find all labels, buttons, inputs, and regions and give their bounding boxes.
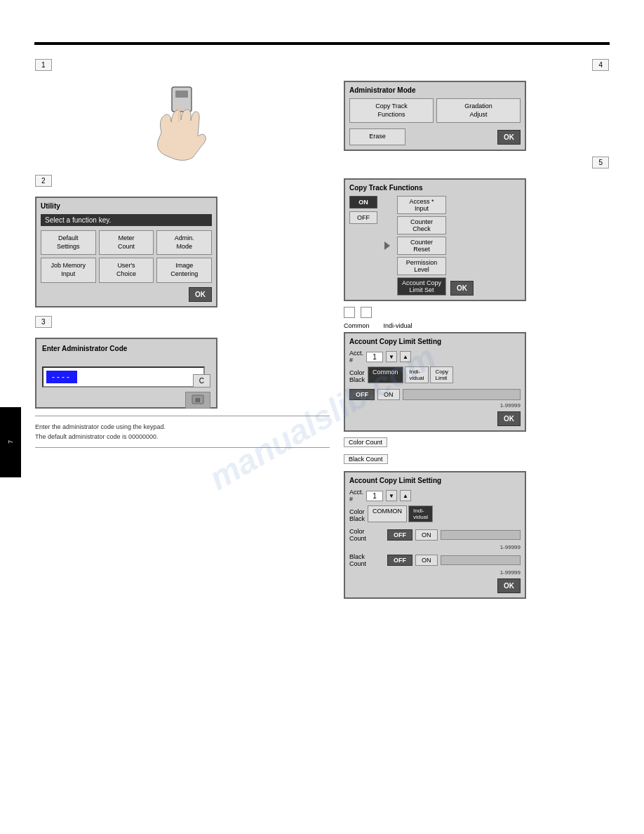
acls2-acct-label: Acct.#: [349, 489, 363, 503]
black-count-label: Black Count: [344, 454, 388, 464]
utility-btn-users-choice[interactable]: User'sChoice: [99, 258, 154, 282]
acls-tab-row: Common Indi-vidual CopyLimit: [368, 366, 453, 383]
clear-button[interactable]: C: [193, 374, 210, 388]
utility-dialog: Utility Select a function key. DefaultSe…: [35, 197, 217, 307]
code-input-area: ----: [42, 366, 205, 388]
utility-btn-default-settings[interactable]: DefaultSettings: [41, 230, 96, 255]
top-rule: [34, 42, 610, 45]
admin-mode-ok-button[interactable]: OK: [497, 130, 521, 145]
acct-up-arrow[interactable]: ▲: [400, 351, 411, 362]
acls-off-button[interactable]: OFF: [349, 389, 375, 400]
ctf-counter-check-btn[interactable]: CounterCheck: [397, 216, 446, 234]
acct-down-arrow[interactable]: ▼: [386, 351, 397, 362]
utility-subtitle: Select a function key.: [41, 214, 212, 226]
acls2-common-tab[interactable]: COMMON: [368, 505, 407, 522]
gradation-adjust-btn[interactable]: GradationAdjust: [436, 98, 521, 123]
step2-area: 2: [35, 175, 330, 192]
note-2: The default administrator code is 000000…: [35, 433, 330, 440]
color-black-count-labels: Color Count: [344, 437, 609, 450]
ctf-left-controls: ON OFF: [349, 196, 377, 296]
enter-ok-button[interactable]: ▤: [185, 392, 210, 409]
ctf-access-input-btn[interactable]: Access *Input: [397, 196, 446, 214]
acls-common-title: Account Copy Limit Setting: [349, 338, 521, 345]
step1-label: 1: [35, 59, 52, 71]
acls2-ok-button[interactable]: OK: [497, 578, 521, 593]
svg-rect-1: [175, 91, 188, 98]
acls2-black-count-row: BlackCount OFF ON: [349, 553, 521, 567]
ctf-body: ON OFF Access *Input CounterCheck Counte…: [349, 196, 521, 296]
common-tab[interactable]: Common: [368, 366, 403, 383]
admin-code-dialog: Enter Administrator Code ---- C ▤: [35, 338, 217, 409]
copy-limit-tab[interactable]: CopyLimit: [430, 366, 453, 383]
step2-label: 2: [35, 175, 52, 187]
ctf-off-button[interactable]: OFF: [349, 211, 377, 224]
checkbox-1[interactable]: [344, 307, 355, 318]
note-1: Enter the administrator code using the k…: [35, 423, 330, 430]
acct-number: 1: [366, 352, 383, 362]
utility-btn-job-memory[interactable]: Job MemoryInput: [41, 258, 96, 282]
acls2-color-count-row: ColorCount OFF ON: [349, 528, 521, 542]
utility-btn-image-centering[interactable]: ImageCentering: [156, 258, 212, 282]
acls-color-black-row: ColorBlack Common Indi-vidual CopyLimit: [349, 366, 521, 386]
step3-area: 3: [35, 316, 330, 333]
acls2-down-arrow[interactable]: ▼: [386, 490, 397, 501]
utility-ok-button[interactable]: OK: [189, 287, 212, 302]
individual-tab[interactable]: Indi-vidual: [405, 366, 429, 383]
acls2-black-range: 1-99999: [349, 569, 521, 576]
acls-ok-button[interactable]: OK: [497, 411, 521, 426]
acls2-color-off[interactable]: OFF: [387, 529, 412, 541]
hand-svg: [147, 84, 217, 161]
ctf-permission-level-btn[interactable]: PermissionLevel: [397, 257, 446, 275]
admin-code-title: Enter Administrator Code: [42, 345, 210, 352]
right-column: 4 Administrator Mode Copy TrackFunctions…: [330, 59, 609, 604]
common-individual-labels: Common Indi-vidual: [344, 322, 609, 329]
acls2-black-on[interactable]: ON: [415, 555, 438, 566]
acls2-black-off[interactable]: OFF: [387, 555, 412, 566]
acls2-color-range: 1-99999: [349, 544, 521, 550]
acls2-up-arrow[interactable]: ▲: [400, 490, 411, 501]
utility-btn-admin-mode[interactable]: Admin.Mode: [156, 230, 212, 255]
ctf-dialog: Copy Track Functions ON OFF Access *Inpu…: [344, 178, 526, 301]
acls2-individual-tab[interactable]: Indi-vidual: [408, 505, 433, 522]
acls2-color-on[interactable]: ON: [415, 529, 438, 541]
left-column: 1 2 Utility Select a function key. Defau…: [35, 59, 330, 604]
acls2-color-black-label: ColorBlack: [349, 508, 365, 522]
separator-2: [35, 447, 330, 448]
step3-label: 3: [35, 316, 52, 328]
color-black-label: ColorBlack: [349, 369, 365, 383]
acls2-tab-row-outer: ColorBlack COMMON Indi-vidual: [349, 505, 521, 525]
checkboxes-row: [344, 307, 609, 318]
acls2-tab-row: COMMON Indi-vidual: [368, 505, 433, 522]
step5-area: 5: [344, 157, 609, 174]
ctf-right-options: Access *Input CounterCheck CounterReset …: [397, 196, 446, 296]
code-dots: ----: [46, 371, 77, 383]
checkbox-2[interactable]: [361, 307, 372, 318]
step1-area: 1: [35, 59, 330, 77]
acls2-color-count-label: ColorCount: [349, 528, 384, 542]
erase-button[interactable]: Erase: [349, 128, 405, 145]
ctf-ok-button[interactable]: OK: [450, 281, 474, 296]
acls-acct-row: Acct.# 1 ▼ ▲: [349, 350, 521, 364]
individual-label: Indi-vidual: [384, 322, 412, 329]
acct-label: Acct.#: [349, 350, 363, 364]
acls-on-button[interactable]: ON: [377, 389, 400, 400]
color-count-label: Color Count: [344, 437, 387, 447]
acls2-acct-row: Acct.# 1 ▼ ▲: [349, 489, 521, 503]
ctf-arrow-icon: [384, 241, 390, 250]
copy-track-functions-btn[interactable]: Copy TrackFunctions: [349, 98, 434, 123]
admin-mode-grid: Copy TrackFunctions GradationAdjust: [349, 98, 521, 123]
step4-label: 4: [592, 59, 609, 71]
svg-text:▤: ▤: [195, 397, 201, 403]
step4-area: 4: [344, 59, 609, 77]
utility-button-grid: DefaultSettings MeterCount Admin.Mode Jo…: [41, 230, 212, 283]
ctf-on-button[interactable]: ON: [349, 196, 377, 208]
black-count-label-row: Black Count: [344, 454, 609, 467]
common-label: Common: [344, 322, 370, 329]
side-tab: 7: [0, 407, 21, 477]
side-tab-text: 7: [7, 440, 14, 444]
ctf-account-copy-limit-btn[interactable]: Account CopyLimit Set: [397, 277, 446, 296]
ctf-counter-reset-btn[interactable]: CounterReset: [397, 237, 446, 255]
acls-common-dialog: Account Copy Limit Setting Acct.# 1 ▼ ▲ …: [344, 332, 526, 432]
acls-value-bar: [403, 389, 521, 400]
utility-btn-meter-count[interactable]: MeterCount: [99, 230, 154, 255]
